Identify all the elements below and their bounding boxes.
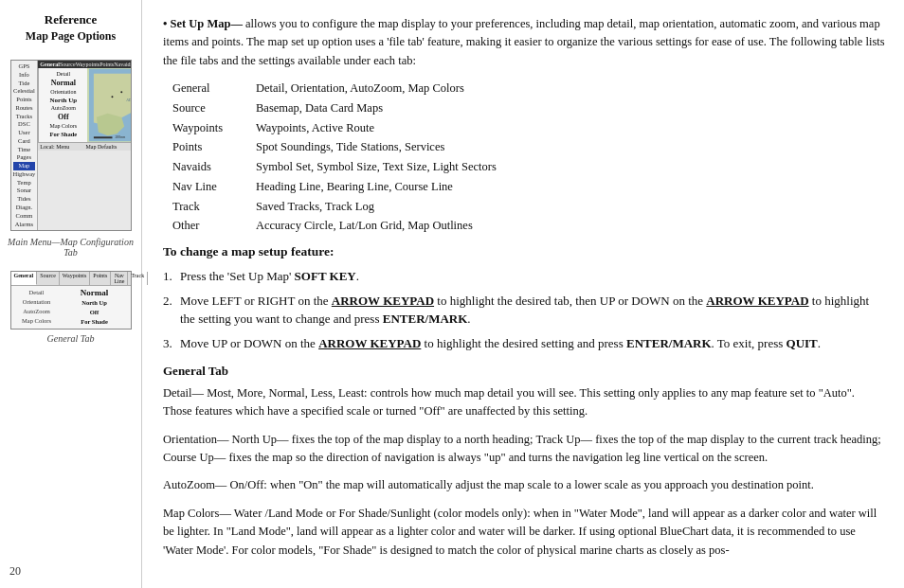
soft-key-label: SOFT KEY [295,269,356,283]
table-value-other: Accuracy Circle, Lat/Lon Grid, Map Outli… [256,217,473,235]
map-geo-area: ATLANTIC OCEAN 200nm [89,68,131,142]
sidebar-title: Reference Map Page Options [8,11,134,45]
tab-track: Track [128,272,148,285]
tab-labels: Detail Orientation AutoZoom Map Colors [13,288,61,327]
map-tab-header: General Source Waypoints Points Navaids … [38,61,131,68]
table-label-other: Other [172,217,256,235]
svg-point-2 [112,96,114,98]
mapcolors-paragraph: Map Colors— Water /Land Mode or For Shad… [163,505,885,560]
sidebar: Reference Map Page Options GPS Info Tide… [0,0,142,588]
setup-map-label: • Set Up Map— [163,17,243,30]
table-value-waypoints: Waypoints, Active Route [256,119,374,137]
enter-mark-label-2: ENTER/MARK [626,336,712,350]
map-svg: ATLANTIC OCEAN 200nm [89,68,131,142]
table-value-navline: Heading Line, Bearing Line, Course Line [256,178,453,196]
map-content: Detail Normal Orientation North Up AutoZ… [38,68,131,142]
svg-text:200nm: 200nm [116,135,126,139]
table-value-points: Spot Soundings, Tide Stations, Services [256,138,444,156]
general-tab-heading: General Tab [163,362,885,381]
change-heading: To change a map setup feature: [163,242,885,261]
tab-values: Normal North Up Off For Shade [61,288,129,327]
step-3: 3. Move UP or DOWN on the ARROW KEYPAD t… [163,334,885,353]
reference-title: Reference [8,11,134,28]
tab-source: Source [37,272,60,285]
autozoom-paragraph: AutoZoom— On/Off: when "On" the map will… [163,476,885,494]
tab-nav-line: Nav Line [111,272,128,285]
table-row: Track Saved Tracks, Track Log [172,198,885,216]
page-number: 20 [9,564,21,579]
main-content: • Set Up Map— allows you to configure th… [142,0,904,588]
map-footer: Local: Menu Map Defaults Defaults [38,142,131,151]
arrow-keypad-label-1: ARROW KEYPAD [332,294,434,308]
map-configuration-mockup: GPS Info Tide Celestial Points Routes Tr… [10,60,132,231]
enter-mark-label-1: ENTER/MARK [383,312,468,326]
step-1: 1. Press the 'Set Up Map' SOFT KEY. [163,267,885,286]
settings-table: General Detail, Orientation, AutoZoom, M… [172,80,885,235]
map-detail-panel: Detail Normal Orientation North Up AutoZ… [38,68,87,142]
map-right-area: General Source Waypoints Points Navaids … [38,61,131,230]
table-value-general: Detail, Orientation, AutoZoom, Map Color… [256,80,464,98]
detail-paragraph: Detail— Most, More, Normal, Less, Least:… [163,384,885,421]
tab-body: Detail Orientation AutoZoom Map Colors N… [11,286,131,329]
table-label-source: Source [172,99,256,117]
arrow-keypad-label-3: ARROW KEYPAD [318,336,421,350]
table-value-source: Basemap, Data Card Maps [256,99,383,117]
table-label-navline: Nav Line [172,178,256,196]
table-row: Navaids Symbol Set, Symbol Size, Text Si… [172,158,885,176]
general-tab-mockup: General Source Waypoints Points Nav Line… [10,271,132,330]
map-caption: Main Menu—Map Configuration Tab [8,237,134,258]
table-row: Waypoints Waypoints, Active Route [172,119,885,137]
steps-list: 1. Press the 'Set Up Map' SOFT KEY. 2. M… [163,267,885,352]
table-label-navaids: Navaids [172,158,256,176]
table-row: Nav Line Heading Line, Bearing Line, Cou… [172,178,885,196]
intro-text: allows you to configure the map display … [163,17,885,67]
step-2: 2. Move LEFT or RIGHT on the ARROW KEYPA… [163,292,885,329]
map-page-options-title: Map Page Options [8,28,134,45]
svg-text:ATLANTIC OCEAN: ATLANTIC OCEAN [126,98,132,102]
orientation-paragraph: Orientation— North Up— fixes the top of … [163,431,885,468]
table-value-track: Saved Tracks, Track Log [256,198,374,216]
table-row: Points Spot Soundings, Tide Stations, Se… [172,138,885,156]
table-label-track: Track [172,198,256,216]
arrow-keypad-label-2: ARROW KEYPAD [706,294,808,308]
map-left-menu: GPS Info Tide Celestial Points Routes Tr… [11,61,39,230]
tab-headers: General Source Waypoints Points Nav Line… [11,272,131,286]
table-label-general: General [172,80,256,98]
table-row: General Detail, Orientation, AutoZoom, M… [172,80,885,98]
general-tab-caption: General Tab [8,333,134,344]
tab-waypoints: Waypoints [60,272,91,285]
table-value-navaids: Symbol Set, Symbol Size, Text Size, Ligh… [256,158,497,176]
tab-general: General [11,272,38,285]
quit-label: QUIT [786,336,818,350]
table-row: Source Basemap, Data Card Maps [172,99,885,117]
intro-paragraph: • Set Up Map— allows you to configure th… [163,15,885,70]
sidebar-content: Reference Map Page Options GPS Info Tide… [0,0,142,355]
tab-points: Points [90,272,111,285]
table-row: Other Accuracy Circle, Lat/Lon Grid, Map… [172,217,885,235]
svg-point-3 [121,91,123,93]
svg-rect-4 [94,136,113,138]
table-label-waypoints: Waypoints [172,119,256,137]
table-label-points: Points [172,138,256,156]
